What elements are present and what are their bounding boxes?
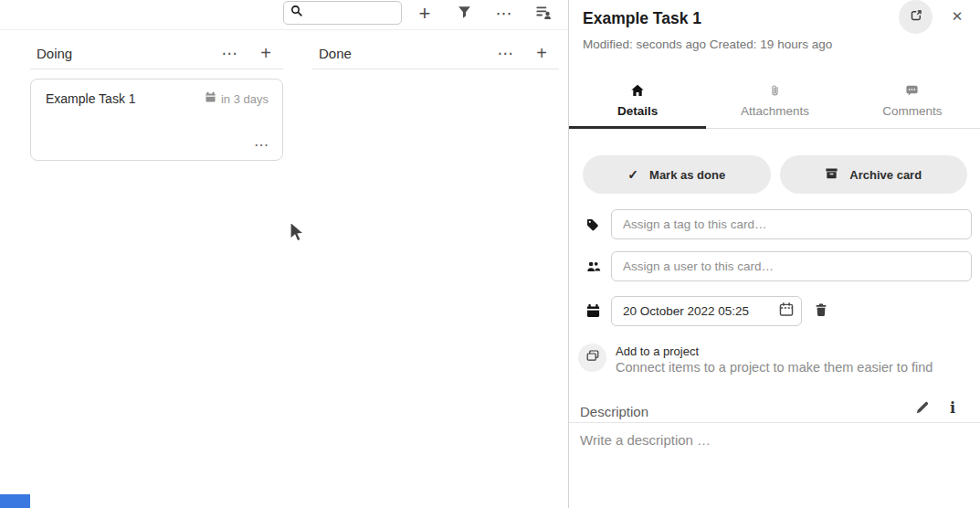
board-area: + ⋯ Doing ⋯ + Example Task 1 [0, 0, 568, 508]
plus-icon: + [419, 2, 431, 26]
description-label: Description [580, 404, 648, 419]
panel-tabs: Details Attachments Comments [569, 73, 980, 129]
stacked-windows-icon [585, 349, 600, 367]
card-detail-panel: Example Task 1 Modified: seconds ago Cre… [568, 0, 980, 508]
tab-label: Attachments [741, 104, 809, 118]
users-icon [585, 259, 601, 274]
calendar-icon [205, 91, 216, 106]
column-menu-button[interactable]: ⋯ [217, 42, 241, 66]
description-info-button[interactable]: i [950, 399, 955, 417]
trash-icon [814, 302, 828, 321]
tab-label: Comments [882, 104, 942, 118]
column-add-button[interactable]: + [254, 42, 278, 66]
board-menu-button[interactable]: ⋯ [490, 1, 518, 26]
calendar-outline-icon [778, 302, 795, 321]
ellipsis-icon: ⋯ [222, 44, 237, 63]
column-doing: Doing ⋯ + Example Task 1 in 3 days ⋯ [30, 38, 283, 161]
tag-row [569, 209, 980, 239]
check-icon: ✓ [627, 167, 638, 182]
info-icon: i [950, 399, 955, 417]
toolbar-divider [0, 29, 568, 30]
mark-as-done-button[interactable]: ✓ Mark as done [583, 155, 771, 194]
ellipsis-icon: ⋯ [254, 137, 269, 153]
list-person-icon [536, 5, 552, 23]
filter-icon [458, 5, 471, 22]
add-card-button[interactable]: + [411, 1, 438, 26]
close-icon: ✕ [952, 8, 964, 24]
date-picker-button[interactable] [778, 302, 795, 321]
due-date-value: 20 October 2022 05:25 [623, 304, 749, 318]
column-done: Done ⋯ + [312, 38, 559, 69]
column-add-button[interactable]: + [530, 42, 553, 66]
card-due-text: in 3 days [221, 92, 269, 106]
ellipsis-icon: ⋯ [498, 44, 513, 63]
task-card[interactable]: Example Task 1 in 3 days ⋯ [30, 79, 283, 161]
tab-comments[interactable]: Comments [844, 73, 980, 128]
panel-meta: Modified: seconds ago Created: 19 hours … [583, 37, 832, 51]
panel-title: Example Task 1 [583, 9, 701, 28]
column-title: Done [319, 46, 352, 61]
due-date-field[interactable]: 20 October 2022 05:25 [611, 296, 802, 326]
card-header-row: Example Task 1 in 3 days [46, 91, 269, 106]
archive-card-button[interactable]: Archive card [780, 155, 968, 194]
column-doing-header: Doing ⋯ + [30, 38, 283, 69]
column-done-header: Done ⋯ + [312, 38, 559, 69]
column-title: Doing [37, 46, 72, 61]
pencil-icon [915, 400, 930, 418]
calendar-icon [585, 303, 601, 319]
column-menu-button[interactable]: ⋯ [493, 42, 517, 66]
remove-due-date-button[interactable] [814, 302, 828, 321]
archive-card-label: Archive card [849, 168, 922, 182]
add-to-project-title: Add to a project [616, 344, 933, 358]
plus-icon: + [536, 43, 547, 64]
project-icon-circle [578, 344, 606, 372]
tab-details[interactable]: Details [569, 73, 706, 128]
assign-user-input[interactable] [611, 251, 972, 281]
assignee-view-button[interactable] [530, 1, 557, 26]
archive-icon [825, 166, 838, 183]
tab-label: Details [617, 104, 658, 118]
external-link-icon [909, 8, 923, 26]
kanban-app: + ⋯ Doing ⋯ + Example Task 1 [0, 0, 980, 508]
add-to-project-subtitle: Connect items to a project to make them … [616, 360, 933, 375]
description-placeholder[interactable]: Write a description … [580, 432, 711, 448]
search-box[interactable] [283, 1, 402, 25]
description-divider [569, 422, 980, 423]
paperclip-icon [768, 82, 782, 98]
mark-as-done-label: Mark as done [649, 168, 725, 182]
edit-description-button[interactable] [915, 400, 930, 418]
card-actions: ✓ Mark as done Archive card [583, 155, 967, 194]
open-in-window-button[interactable] [899, 0, 933, 34]
user-row [569, 251, 980, 281]
project-texts: Add to a project Connect items to a proj… [616, 344, 933, 375]
card-title: Example Task 1 [46, 91, 136, 106]
due-date-row: 20 October 2022 05:25 [569, 296, 980, 326]
search-icon [290, 5, 303, 21]
mouse-cursor [290, 221, 306, 249]
assign-tag-input[interactable] [611, 209, 972, 239]
card-due-chip: in 3 days [205, 91, 269, 106]
comment-icon [905, 82, 919, 98]
ellipsis-icon: ⋯ [496, 4, 513, 24]
search-input[interactable] [308, 6, 401, 20]
close-panel-button[interactable]: ✕ [947, 6, 967, 26]
home-icon [630, 82, 645, 98]
tab-attachments[interactable]: Attachments [706, 73, 843, 128]
plus-icon: + [260, 43, 271, 64]
filter-button[interactable] [450, 1, 478, 26]
tag-icon [585, 217, 600, 232]
add-to-project-row[interactable]: Add to a project Connect items to a proj… [578, 344, 971, 375]
card-menu-button[interactable]: ⋯ [254, 140, 269, 151]
blue-indicator [0, 494, 30, 508]
